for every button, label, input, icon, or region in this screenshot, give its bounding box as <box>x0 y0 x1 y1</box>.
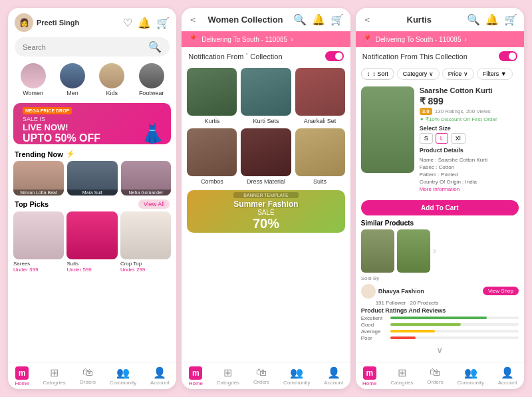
anarkali-card[interactable]: Anarkali Set <box>295 68 345 124</box>
user-profile[interactable]: 👩 Preeti Singh <box>15 13 79 32</box>
nav-home[interactable]: m Home <box>15 366 29 386</box>
trending-item-1[interactable]: Simran Lotta Beat <box>13 161 64 196</box>
women-nav-community[interactable]: 👥 Community <box>283 366 310 386</box>
banner-figure: 👗 <box>141 122 164 144</box>
size-title: Select Size <box>420 125 519 132</box>
suits-label: Suits <box>313 178 327 185</box>
category-men[interactable]: Men <box>60 63 85 96</box>
search-bar[interactable]: 🔍 <box>15 37 170 57</box>
notification-label: Notification From ` Collection <box>188 53 282 61</box>
nav-categories[interactable]: ⊞ Catogries <box>43 366 66 386</box>
product-details-title: Product Details <box>420 146 519 155</box>
women-categories-icon: ⊞ <box>223 366 232 379</box>
nav-community[interactable]: 👥 Community <box>110 366 136 386</box>
similar-item-2[interactable] <box>397 229 430 273</box>
suits-name: Suits <box>66 261 117 267</box>
delivery-bar[interactable]: 📍 Delivering To South - 110085 › <box>182 31 350 47</box>
promo-title: Summer Fashion <box>233 199 298 209</box>
poor-bar-fill <box>390 336 416 339</box>
cart-icon[interactable]: 🛒 <box>156 17 170 29</box>
view-shop-button[interactable]: View Shop <box>483 287 519 295</box>
sarees-img <box>13 211 64 259</box>
kurtis-delivery-bar[interactable]: 📍 Delivering To South - 110085 › <box>356 31 524 47</box>
trending-label-3: Neha Gomander <box>121 190 172 196</box>
kurtis-search-icon[interactable]: 🔍 <box>467 13 480 26</box>
anarkali-img <box>295 68 345 116</box>
size-section: Select Size S L Xl <box>420 125 519 144</box>
kurtis-nav-orders[interactable]: 🛍 Orders <box>427 366 443 386</box>
kurtis-cart-icon[interactable]: 🛒 <box>504 13 517 26</box>
bell-icon[interactable]: 🔔 <box>138 17 151 29</box>
kurtis-notification-toggle[interactable] <box>499 51 517 61</box>
women-header: ＜ Women Collection 🔍 🔔 🛒 <box>182 8 350 31</box>
category-footwear[interactable]: Footwear <box>139 63 164 96</box>
women-nav-account[interactable]: 👤 Account <box>324 366 343 386</box>
kurtis-notification-label: Notification From This Collection <box>362 53 467 61</box>
similar-arrow-icon[interactable]: › <box>433 245 436 257</box>
top-pick-suits[interactable]: Suits Under 599 <box>66 211 117 273</box>
kurtis-card[interactable]: Kurtis <box>187 68 237 124</box>
rating-row: 3.0 130 Ratings, 200 Views <box>420 108 519 115</box>
detail-country: Country Of Origin : India <box>420 178 519 186</box>
kurtis-nav-community[interactable]: 👥 Community <box>457 366 483 386</box>
footwear-img <box>139 63 164 88</box>
top-pick-sarees[interactable]: Sarees Under 399 <box>13 211 64 273</box>
combos-card[interactable]: Combos <box>187 128 237 185</box>
dress-material-card[interactable]: Dress Material <box>241 128 291 185</box>
price-filter[interactable]: Price ∨ <box>442 68 474 80</box>
women-nav-orders-label: Orders <box>253 379 269 385</box>
size-s[interactable]: S <box>420 133 433 144</box>
size-xl[interactable]: Xl <box>451 133 466 144</box>
kurti-sets-card[interactable]: Kurti Sets <box>241 68 291 124</box>
banner-badge: MEGA PRICE DROP <box>23 107 72 114</box>
women-nav-home[interactable]: m Home <box>189 366 203 386</box>
sort-icon: ↕ <box>367 70 370 77</box>
rating-count: 130 Ratings, 200 Views <box>435 108 491 114</box>
suits-card[interactable]: Suits <box>295 128 345 185</box>
women-orders-icon: 🛍 <box>256 366 267 378</box>
bell-icon-btn[interactable]: 🔔 <box>312 13 325 26</box>
women-img <box>21 63 46 88</box>
avatar: 👩 <box>15 13 33 32</box>
category-kids[interactable]: Kids <box>99 63 124 96</box>
kurtis-delivery-text: Delivering To South - 110085 <box>376 36 462 43</box>
trending-item-2[interactable]: Mara Suit <box>67 161 118 196</box>
top-pick-crop-top[interactable]: Crop Top Under 299 <box>120 211 171 273</box>
kurtis-m-logo: m <box>363 366 376 380</box>
crop-top-img <box>120 211 171 259</box>
nav-account[interactable]: 👤 Account <box>150 366 170 386</box>
banner-line1: SALE IS <box>23 116 100 122</box>
trending-item-3[interactable]: Neha Gomander <box>121 161 172 196</box>
kurtis-nav-categories[interactable]: ⊞ Catogries <box>390 366 413 386</box>
nav-orders[interactable]: 🛍 Orders <box>80 366 96 386</box>
search-input[interactable] <box>23 43 145 51</box>
search-icon: 🔍 <box>148 41 162 53</box>
category-filter[interactable]: Category ∨ <box>397 68 440 80</box>
promo-banner[interactable]: BANNER TEMPLATE Summer Fashion SALE 70% <box>187 190 344 233</box>
category-women[interactable]: Women <box>21 63 46 96</box>
view-all-button[interactable]: View All <box>138 199 170 209</box>
product-details-section: Product Details Name : Saarshe Cotton Ku… <box>420 146 519 194</box>
kurtis-back-button[interactable]: ＜ <box>362 14 372 26</box>
sale-banner[interactable]: MEGA PRICE DROP SALE IS LIVE NOW! UPTO 5… <box>13 103 171 144</box>
cart-icon-btn[interactable]: 🛒 <box>331 13 344 26</box>
heart-icon[interactable]: ♡ <box>123 17 132 29</box>
chevron-down-icon[interactable]: ∨ <box>356 343 524 356</box>
back-button[interactable]: ＜ <box>188 14 198 26</box>
more-info-link[interactable]: More Information <box>420 186 519 193</box>
women-nav-categories[interactable]: ⊞ Catogries <box>217 366 239 386</box>
similar-item-1[interactable] <box>361 229 394 273</box>
size-l[interactable]: L <box>436 133 448 144</box>
women-nav-orders[interactable]: 🛍 Orders <box>253 366 269 386</box>
filters-chip[interactable]: Filters ▼ <box>477 68 513 80</box>
detail-name: Name : Saarshe Cotton Kurti <box>420 156 519 164</box>
rating-average: Average <box>361 329 519 334</box>
search-icon-btn[interactable]: 🔍 <box>293 13 307 26</box>
sort-filter[interactable]: ↕ ↕ Sort <box>361 68 394 80</box>
add-to-cart-button[interactable]: Add To Cart <box>361 200 519 215</box>
kurtis-nav-home[interactable]: m Home <box>362 366 376 386</box>
kurtis-nav-account[interactable]: 👤 Account <box>498 366 517 386</box>
notification-toggle[interactable] <box>325 51 344 61</box>
rating-poor: Poor <box>361 335 519 341</box>
kurtis-bell-icon[interactable]: 🔔 <box>485 13 499 26</box>
